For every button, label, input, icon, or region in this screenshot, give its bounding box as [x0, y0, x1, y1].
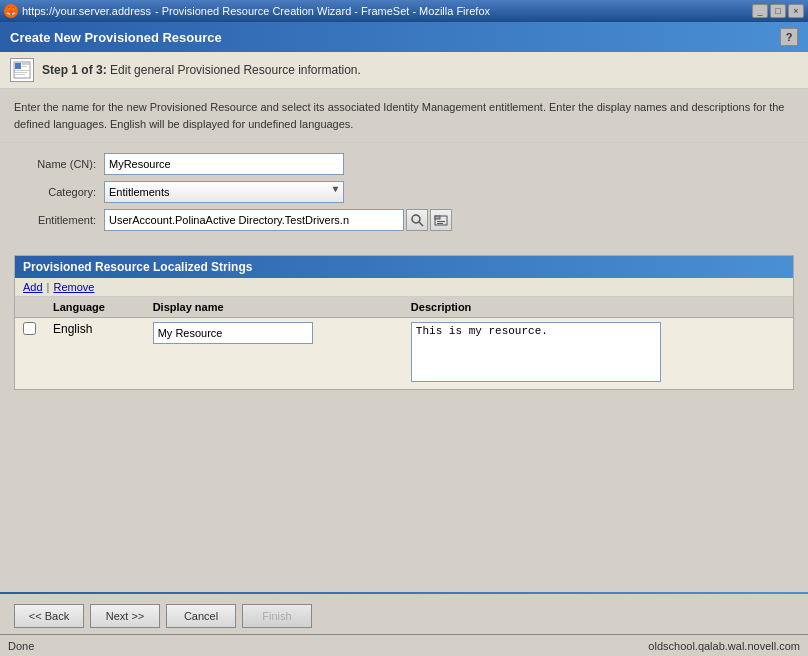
table-row: English This is my resource.: [15, 318, 793, 390]
display-name-input[interactable]: [153, 322, 313, 344]
title-bar: 🦊 https://your.server.address - Provisio…: [0, 0, 808, 22]
description-textarea[interactable]: This is my resource.: [411, 322, 661, 382]
name-input[interactable]: [104, 153, 344, 175]
table-header-row: Language Display name Description: [15, 297, 793, 318]
entitlement-search-button[interactable]: [406, 209, 428, 231]
step-title: Step 1 of 3: Edit general Provisioned Re…: [42, 63, 361, 77]
minimize-button[interactable]: _: [752, 4, 768, 18]
svg-rect-11: [437, 221, 445, 222]
help-button[interactable]: ?: [780, 28, 798, 46]
bottom-divider: [0, 592, 808, 594]
name-row: Name (CN):: [14, 153, 794, 175]
main-content: Create New Provisioned Resource ? Step 1…: [0, 22, 808, 634]
category-row: Category: Entitlements Applications Syst…: [14, 181, 794, 203]
svg-line-8: [419, 222, 423, 226]
spacer: [0, 398, 808, 592]
toolbar-separator: |: [47, 281, 50, 293]
entitlement-input[interactable]: [104, 209, 404, 231]
status-left: Done: [8, 640, 34, 652]
title-bar-left: 🦊 https://your.server.address - Provisio…: [4, 4, 490, 18]
step-icon: [10, 58, 34, 82]
svg-rect-4: [15, 70, 29, 71]
localized-table: Language Display name Description Englis…: [15, 297, 793, 389]
status-right: oldschool.qalab.wal.novell.com: [648, 640, 800, 652]
next-button[interactable]: Next >>: [90, 604, 160, 628]
maximize-button[interactable]: □: [770, 4, 786, 18]
category-label: Category:: [14, 186, 104, 198]
svg-rect-5: [15, 72, 27, 73]
form-area: Name (CN): Category: Entitlements Applic…: [0, 143, 808, 247]
title-bar-buttons[interactable]: _ □ ×: [752, 4, 804, 18]
row-check-cell: [15, 318, 45, 390]
bottom-buttons: << Back Next >> Cancel Finish: [0, 598, 808, 634]
step-bar: Step 1 of 3: Edit general Provisioned Re…: [0, 52, 808, 89]
wizard-header: Create New Provisioned Resource ?: [0, 22, 808, 52]
svg-point-7: [412, 215, 420, 223]
wizard-title: Create New Provisioned Resource: [10, 30, 222, 45]
description-area: Enter the name for the new Provisioned R…: [0, 89, 808, 143]
firefox-icon: 🦊: [4, 4, 18, 18]
entitlement-row: Entitlement:: [14, 209, 794, 231]
svg-rect-2: [22, 63, 29, 65]
back-button[interactable]: << Back: [14, 604, 84, 628]
entitlement-browse-button[interactable]: [430, 209, 452, 231]
add-link[interactable]: Add: [23, 281, 43, 293]
title-bar-title: - Provisioned Resource Creation Wizard -…: [155, 5, 490, 17]
localized-header: Provisioned Resource Localized Strings: [15, 256, 793, 278]
finish-button[interactable]: Finish: [242, 604, 312, 628]
description-text: Enter the name for the new Provisioned R…: [14, 101, 784, 130]
svg-rect-10: [435, 216, 440, 219]
svg-rect-3: [22, 66, 27, 67]
svg-rect-6: [15, 74, 25, 75]
svg-rect-12: [437, 223, 443, 224]
row-description-cell: This is my resource.: [403, 318, 793, 390]
category-select[interactable]: Entitlements Applications Systems: [104, 181, 344, 203]
entitlement-label: Entitlement:: [14, 214, 104, 226]
localized-section: Provisioned Resource Localized Strings A…: [14, 255, 794, 390]
col-language: Language: [45, 297, 145, 318]
col-check: [15, 297, 45, 318]
localized-toolbar: Add | Remove: [15, 278, 793, 297]
name-label: Name (CN):: [14, 158, 104, 170]
close-button[interactable]: ×: [788, 4, 804, 18]
category-select-wrapper: Entitlements Applications Systems ▼: [104, 181, 344, 203]
row-displayname-cell: [145, 318, 403, 390]
language-label: English: [53, 322, 92, 336]
svg-rect-1: [15, 63, 21, 69]
status-bar: Done oldschool.qalab.wal.novell.com: [0, 634, 808, 656]
col-displayname: Display name: [145, 297, 403, 318]
title-bar-url: https://your.server.address: [22, 5, 151, 17]
cancel-button[interactable]: Cancel: [166, 604, 236, 628]
english-checkbox[interactable]: [23, 322, 36, 335]
row-language-cell: English: [45, 318, 145, 390]
localized-title: Provisioned Resource Localized Strings: [23, 260, 252, 274]
col-description: Description: [403, 297, 793, 318]
entitlement-field-group: [104, 209, 452, 231]
remove-link[interactable]: Remove: [53, 281, 94, 293]
